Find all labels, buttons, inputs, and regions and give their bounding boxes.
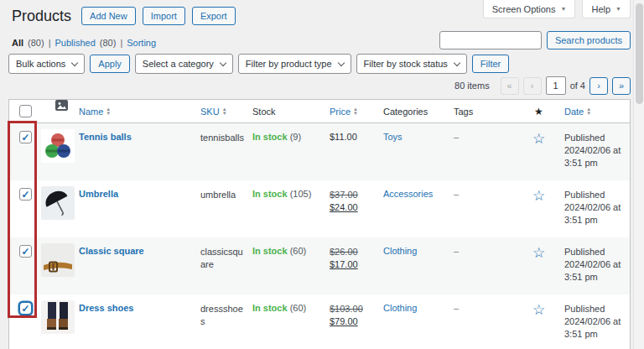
scrollbar-thumb[interactable] [636, 3, 643, 104]
screen-meta-links: Screen Options ▼ Help ▼ [483, 0, 631, 18]
sort-arrows-icon: ▲▼ [586, 107, 591, 116]
product-tags: – [454, 132, 459, 142]
product-thumbnail[interactable] [41, 243, 75, 277]
date-time: 3:51 pm [564, 214, 626, 227]
product-date: Published 2024/02/06 at 3:51 pm [564, 132, 626, 169]
products-table: ✓ Name ▲▼ SKU ▲▼ Stock Price ▲▼ Categori… [8, 99, 631, 349]
categories-header-label: Categories [383, 100, 428, 123]
screen-options-button[interactable]: Screen Options ▼ [483, 0, 576, 18]
help-button[interactable]: Help ▼ [582, 0, 631, 18]
tags-column-header: Tags [454, 100, 473, 123]
search-area: Search products [439, 31, 631, 49]
name-column-header[interactable]: Name ▲▼ [79, 100, 111, 123]
chevron-down-icon [454, 59, 460, 65]
all-count: (80) [28, 38, 44, 48]
check-icon: ✓ [21, 133, 29, 143]
search-input[interactable] [439, 31, 542, 49]
product-name-link[interactable]: Classic square [79, 246, 144, 256]
product-sku: tennisballs [200, 132, 246, 144]
bulk-actions-label: Bulk actions [16, 59, 65, 69]
category-select[interactable]: Select a category [135, 54, 233, 74]
row-checkbox[interactable]: ✓ [19, 302, 32, 315]
product-tags: – [454, 246, 459, 256]
featured-star-toggle[interactable]: ☆ [532, 244, 545, 262]
tags-header-label: Tags [454, 100, 473, 123]
status-filter-links: All (80) | Published (80) | Sorting [12, 38, 156, 48]
table-header-row: ✓ Name ▲▼ SKU ▲▼ Stock Price ▲▼ Categori… [9, 100, 630, 123]
featured-star-toggle[interactable]: ☆ [532, 130, 545, 148]
date-status: Published [564, 246, 626, 258]
date-column-header[interactable]: Date ▲▼ [564, 100, 591, 123]
screen-options-label: Screen Options [492, 4, 556, 14]
filter-all-link[interactable]: All [12, 38, 23, 48]
prev-page-button[interactable]: ‹ [523, 77, 542, 95]
chevron-down-icon [71, 59, 78, 65]
product-date: Published 2024/02/06 at 3:51 pm [564, 189, 626, 227]
stock-status-select[interactable]: Filter by stock status [356, 54, 467, 74]
stock-status-label: Filter by stock status [364, 59, 448, 69]
sort-arrows-icon: ▲▼ [222, 107, 227, 116]
help-label: Help [591, 4, 610, 14]
search-products-button[interactable]: Search products [547, 31, 631, 49]
product-price: $11.00 [330, 132, 357, 142]
date-value: 2024/02/06 at [564, 315, 626, 328]
categories-column-header: Categories [383, 100, 428, 123]
row-checkbox[interactable]: ✓ [19, 131, 32, 143]
next-page-button[interactable]: › [589, 77, 608, 95]
product-price-old: $103.00 [330, 303, 378, 315]
product-type-select[interactable]: Filter by product type [238, 54, 351, 74]
product-name-link[interactable]: Umbrella [79, 189, 118, 199]
filter-button[interactable]: Filter [472, 55, 509, 73]
category-link[interactable]: Toys [383, 132, 402, 142]
date-time: 3:51 pm [564, 271, 626, 284]
stock-quantity: (105) [290, 189, 312, 199]
filter-sorting-link[interactable]: Sorting [127, 38, 156, 48]
select-all-checkbox[interactable]: ✓ [19, 105, 32, 117]
separator: | [49, 38, 51, 48]
apply-button[interactable]: Apply [90, 55, 130, 73]
product-tags: – [454, 189, 459, 199]
stock-column-header: Stock [252, 100, 276, 123]
date-value: 2024/02/06 at [564, 144, 626, 157]
sku-column-header[interactable]: SKU ▲▼ [200, 100, 227, 123]
category-link[interactable]: Clothing [383, 303, 417, 313]
separator: | [120, 38, 122, 48]
page-title: Products [12, 8, 71, 25]
first-page-button[interactable]: « [501, 77, 519, 95]
check-icon: ✓ [21, 247, 29, 257]
product-price-old: $26.00 [330, 246, 378, 258]
category-link[interactable]: Accessories [383, 189, 433, 199]
export-button[interactable]: Export [192, 7, 236, 25]
product-tags: – [454, 303, 459, 313]
date-header-label: Date [564, 100, 584, 123]
add-new-button[interactable]: Add New [81, 7, 136, 25]
product-thumbnail[interactable] [41, 186, 75, 220]
date-time: 3:51 pm [564, 157, 626, 169]
import-button[interactable]: Import [143, 7, 185, 25]
date-value: 2024/02/06 at [564, 201, 626, 214]
row-checkbox[interactable]: ✓ [19, 188, 32, 201]
product-thumbnail[interactable] [41, 300, 75, 334]
name-header-label: Name [79, 100, 103, 123]
chevron-down-icon: ▼ [561, 6, 567, 12]
product-thumbnail[interactable] [41, 129, 75, 163]
row-checkbox[interactable]: ✓ [19, 245, 32, 258]
price-column-header[interactable]: Price ▲▼ [330, 100, 358, 123]
featured-star-toggle[interactable]: ☆ [532, 187, 545, 205]
image-icon [55, 100, 68, 111]
stock-status: In stock [252, 246, 288, 256]
price-header-label: Price [330, 100, 351, 123]
last-page-button[interactable]: » [612, 77, 631, 95]
bulk-actions-select[interactable]: Bulk actions [8, 54, 85, 74]
current-page-input[interactable]: 1 [546, 76, 566, 95]
product-name-link[interactable]: Tennis balls [79, 132, 132, 142]
product-sku: dressshoes [200, 303, 246, 328]
featured-star-toggle[interactable]: ☆ [532, 301, 545, 319]
category-link[interactable]: Clothing [383, 246, 417, 256]
product-name-link[interactable]: Dress shoes [79, 303, 133, 313]
scrollbar[interactable] [633, 0, 644, 349]
items-count: 80 items [454, 81, 490, 91]
pagination: 80 items « ‹ 1 of 4 › » [454, 76, 631, 95]
filter-published-link[interactable]: Published [55, 38, 95, 48]
chevron-down-icon [220, 59, 226, 65]
